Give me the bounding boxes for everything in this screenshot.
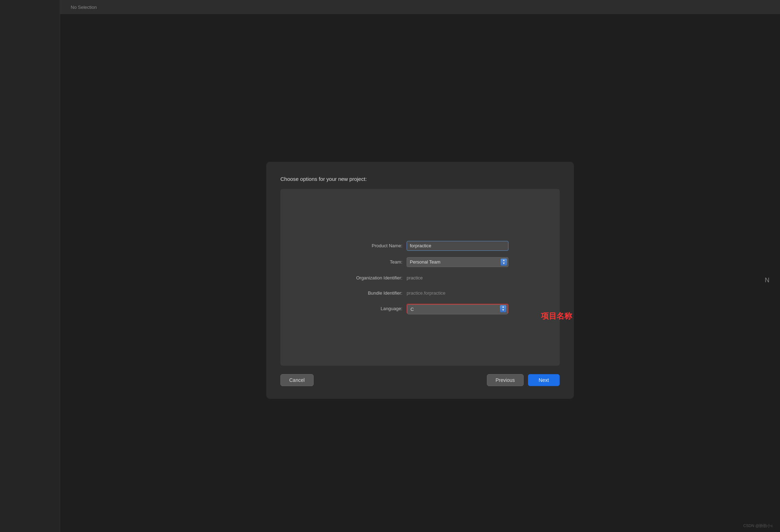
language-label: Language: <box>332 306 402 311</box>
bundle-identifier-row: Bundle Identifier: practice.forpractice <box>332 289 508 297</box>
team-label: Team: <box>332 259 402 265</box>
project-options-dialog: Choose options for your new project: Pro… <box>266 162 574 399</box>
main-content: N Choose options for your new project: P… <box>0 28 780 532</box>
language-select[interactable]: C C++ Swift Objective-C <box>407 305 508 314</box>
team-row: Team: Personal Team ▲ ▼ <box>332 257 508 267</box>
no-selection-label: No Selection <box>71 5 97 10</box>
org-identifier-label: Organization Identifier: <box>332 275 402 280</box>
bundle-identifier-label: Bundle Identifier: <box>332 290 402 296</box>
product-name-row: Product Name: 项目名称 <box>332 241 508 251</box>
org-identifier-row: Organization Identifier: practice <box>332 273 508 282</box>
language-select-wrapper[interactable]: C C++ Swift Objective-C ▲ ▼ <box>407 304 508 314</box>
bundle-identifier-value: practice.forpractice <box>407 289 446 297</box>
form-panel: Product Name: 项目名称 Team: Personal Team ▲… <box>280 189 560 366</box>
project-name-annotation: 项目名称 <box>541 311 572 321</box>
right-edge-indicator: N <box>765 277 769 284</box>
product-name-label: Product Name: <box>332 243 402 248</box>
watermark: CSDN @胁肋小c <box>743 523 773 528</box>
next-button[interactable]: Next <box>528 374 560 386</box>
top-bar: No Selection <box>0 0 780 14</box>
language-row: Language: C C++ Swift Objective-C ▲ ▼ <box>332 304 508 314</box>
dialog-buttons: Cancel Previous Next <box>280 374 560 386</box>
cancel-button[interactable]: Cancel <box>280 374 314 386</box>
product-name-input[interactable] <box>407 241 508 251</box>
nav-buttons: Previous Next <box>487 374 560 386</box>
dialog-title: Choose options for your new project: <box>280 176 560 182</box>
form-fields: Product Name: 项目名称 Team: Personal Team ▲… <box>332 241 508 314</box>
previous-button[interactable]: Previous <box>487 374 524 386</box>
team-select[interactable]: Personal Team <box>407 257 508 267</box>
org-identifier-value: practice <box>407 273 423 282</box>
team-select-wrapper[interactable]: Personal Team ▲ ▼ <box>407 257 508 267</box>
